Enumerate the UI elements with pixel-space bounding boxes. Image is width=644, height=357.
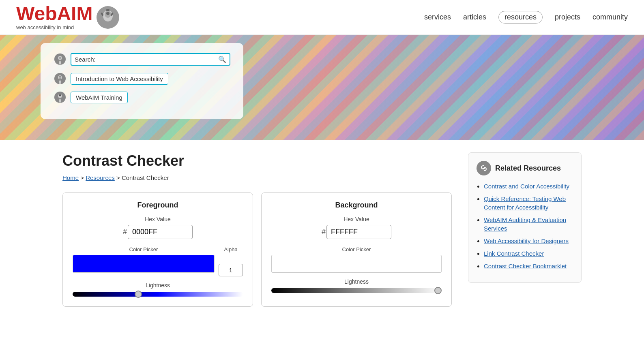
foreground-hex-row: # — [73, 225, 243, 239]
list-item: WebAIM Auditing & Evaluation Services — [484, 216, 573, 233]
foreground-hex-input[interactable] — [128, 225, 193, 239]
logo-subtitle: web accessibility in mind — [16, 24, 92, 30]
webaim-logo-icon — [96, 5, 120, 30]
hero-link-row-1: Introduction to Web Accessibility — [54, 72, 230, 85]
search-button[interactable]: 🔍 — [218, 56, 226, 63]
foreground-lightness-slider[interactable] — [73, 292, 243, 297]
foreground-lightness-label: Lightness — [73, 282, 243, 289]
related-title: Related Resources — [495, 164, 561, 173]
related-link-4[interactable]: Link Contrast Checker — [484, 250, 544, 257]
breadcrumb-current: Contrast Checker — [122, 174, 169, 181]
svg-rect-3 — [106, 9, 109, 11]
logo-aim: AIM — [57, 3, 92, 24]
main-nav: services articles resources projects com… — [424, 11, 628, 24]
background-hex-row: # — [271, 225, 442, 239]
nav-community[interactable]: community — [592, 13, 628, 21]
breadcrumb-resources[interactable]: Resources — [86, 174, 115, 181]
related-header: Related Resources — [477, 161, 573, 175]
related-link-2[interactable]: WebAIM Auditing & Evaluation Services — [484, 216, 566, 232]
foreground-alpha-col: Alpha — [219, 246, 243, 276]
svg-rect-13 — [60, 77, 61, 80]
foreground-picker-label: Color Picker — [129, 246, 158, 252]
breadcrumb: Home > Resources > Contrast Checker — [62, 174, 452, 181]
search-input[interactable] — [98, 56, 218, 63]
foreground-alpha-input[interactable] — [219, 264, 243, 276]
list-item: Web Accessibility for Designers — [484, 237, 573, 245]
logo-text: WebAIM — [16, 4, 92, 24]
logo-area: WebAIM web accessibility in mind — [16, 4, 120, 30]
info-icon-1 — [54, 72, 67, 85]
background-picker-row: Color Picker — [271, 246, 442, 273]
background-panel: Background Hex Value # Color Picker Ligh… — [261, 192, 452, 307]
breadcrumb-sep-2: > — [116, 174, 122, 181]
related-list: Contrast and Color Accessibility Quick R… — [477, 182, 573, 270]
site-header: WebAIM web accessibility in mind service… — [0, 0, 644, 35]
hero-banner: Search: 🔍 Introduction to Web Accessibil… — [0, 35, 644, 140]
background-hex-input[interactable] — [326, 225, 391, 239]
nav-projects[interactable]: projects — [555, 13, 580, 21]
link-icon — [479, 164, 488, 173]
background-lightness-slider[interactable] — [271, 288, 442, 293]
background-hex-label: Hex Value — [271, 216, 442, 222]
content-left: Contrast Checker Home > Resources > Cont… — [62, 152, 452, 307]
info-icon-2 — [54, 91, 67, 104]
related-link-3[interactable]: Web Accessibility for Designers — [484, 237, 569, 244]
main-content: Contrast Checker Home > Resources > Cont… — [38, 140, 606, 319]
background-lightness-label: Lightness — [271, 278, 442, 285]
svg-point-16 — [59, 94, 61, 96]
nav-services[interactable]: services — [424, 13, 451, 21]
svg-point-9 — [59, 57, 61, 59]
svg-point-6 — [106, 12, 109, 15]
checker-panels: Foreground Hex Value # Color Picker Alph… — [62, 192, 452, 307]
intro-link[interactable]: Introduction to Web Accessibility — [71, 73, 168, 85]
list-item: Contrast and Color Accessibility — [484, 182, 573, 190]
related-link-0[interactable]: Contrast and Color Accessibility — [484, 183, 569, 190]
related-link-1[interactable]: Quick Reference: Testing Web Content for… — [484, 195, 566, 211]
hero-overlay: Search: 🔍 Introduction to Web Accessibil… — [41, 43, 243, 119]
foreground-swatch[interactable] — [73, 255, 215, 273]
foreground-hash: # — [123, 228, 127, 236]
background-swatch[interactable] — [271, 255, 442, 273]
list-item: Quick Reference: Testing Web Content for… — [484, 195, 573, 212]
search-row: Search: 🔍 — [54, 53, 230, 66]
search-label: Search: — [75, 56, 96, 63]
search-input-wrapper[interactable]: Search: 🔍 — [71, 53, 230, 66]
breadcrumb-home[interactable]: Home — [62, 174, 79, 181]
search-location-icon — [54, 53, 67, 66]
foreground-picker-row: Color Picker Alpha — [73, 246, 243, 276]
nav-resources[interactable]: resources — [498, 11, 543, 24]
list-item: Link Contrast Checker — [484, 249, 573, 258]
background-title: Background — [271, 201, 442, 209]
hero-link-row-2: WebAIM Training — [54, 91, 230, 104]
svg-rect-17 — [483, 168, 485, 169]
foreground-alpha-label: Alpha — [224, 246, 237, 252]
logo-web: Web — [16, 3, 57, 24]
related-link-5[interactable]: Contrast Checker Bookmarklet — [484, 263, 567, 269]
background-hash: # — [322, 228, 326, 236]
svg-point-12 — [59, 76, 61, 77]
related-resources-box: Related Resources Contrast and Color Acc… — [468, 152, 582, 283]
nav-articles[interactable]: articles — [463, 13, 486, 21]
background-picker-label: Color Picker — [342, 246, 371, 252]
page-title: Contrast Checker — [62, 152, 452, 169]
training-link[interactable]: WebAIM Training — [71, 92, 128, 103]
foreground-panel: Foreground Hex Value # Color Picker Alph… — [62, 192, 253, 307]
list-item: Contrast Checker Bookmarklet — [484, 262, 573, 270]
related-icon — [477, 161, 491, 175]
foreground-title: Foreground — [73, 201, 243, 209]
foreground-picker-col: Color Picker — [73, 246, 215, 273]
foreground-hex-label: Hex Value — [73, 216, 243, 222]
background-picker-col: Color Picker — [271, 246, 442, 273]
logo-text-group: WebAIM web accessibility in mind — [16, 4, 92, 30]
breadcrumb-sep-1: > — [80, 174, 86, 181]
sidebar: Related Resources Contrast and Color Acc… — [468, 152, 582, 307]
